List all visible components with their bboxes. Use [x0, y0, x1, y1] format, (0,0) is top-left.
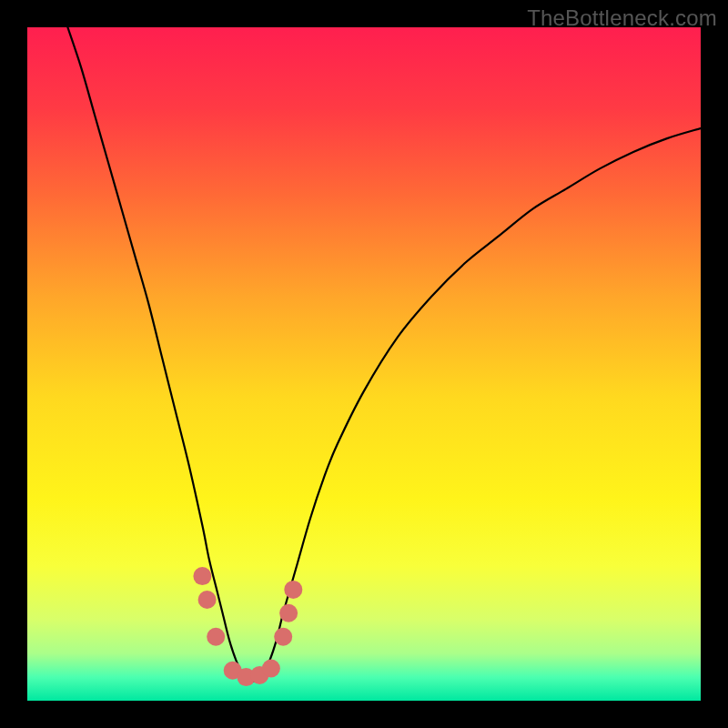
curve-marker [193, 567, 211, 585]
watermark-text: TheBottleneck.com [527, 5, 717, 31]
bottleneck-curve [67, 27, 701, 682]
curve-layer [27, 27, 701, 701]
curve-marker [207, 628, 225, 646]
plot-area [27, 27, 701, 701]
curve-marker [262, 659, 280, 677]
curve-marker [274, 628, 292, 646]
curve-marker [198, 591, 217, 609]
chart-canvas: { "watermark": "TheBottleneck.com", "col… [0, 0, 728, 728]
curve-markers [193, 567, 302, 686]
curve-marker [279, 604, 298, 622]
curve-marker [284, 581, 302, 599]
